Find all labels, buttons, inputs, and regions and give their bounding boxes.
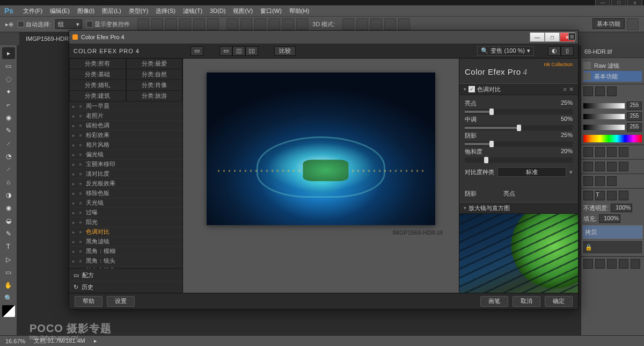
star-icon[interactable]: ★ [78,123,83,128]
filter-item[interactable]: ▸★偏光镜 [69,150,182,160]
adjustment-icon[interactable] [583,176,593,186]
channel-slider[interactable] [583,114,625,119]
menu-edit[interactable]: 编辑(E) [47,6,73,16]
fill-input[interactable]: 100% [599,214,620,223]
channel-slider[interactable] [583,125,625,130]
align-icon[interactable] [165,18,177,30]
color-swatch[interactable] [2,305,15,317]
star-icon[interactable]: ★ [78,249,83,254]
workspace-icon[interactable] [627,18,639,30]
category-4[interactable]: 分类:婚礼 [69,80,126,91]
align-icon[interactable] [193,18,205,30]
chevron-down-icon[interactable]: ▾ [569,169,573,176]
panel-toggle-icon[interactable]: ▭ [191,46,203,56]
adjustment-icon[interactable] [607,176,617,186]
star-icon[interactable]: ★ [78,220,83,225]
filter-item[interactable]: ▸★粉彩效果 [69,131,182,140]
align-icon[interactable] [151,18,163,30]
category-1[interactable]: 分类:最爱 [126,59,183,69]
brush-tool[interactable]: ⟋ [2,138,15,149]
view-split-icon[interactable]: ◫ [232,46,245,56]
wand-tool[interactable]: ✦ [2,86,15,98]
star-icon[interactable]: ★ [78,229,83,235]
preview-image[interactable] [207,73,435,225]
filter-item[interactable]: ▸★过曝 [69,208,182,218]
compare-button[interactable]: 比较 [274,46,296,56]
new-snapshot-icon[interactable] [583,86,593,96]
slider-value[interactable]: 255 [627,123,642,132]
filter-item[interactable]: ▸★天光镜 [69,198,182,208]
history-row[interactable]: ↻历史 [69,281,182,293]
distribute-icon[interactable] [254,18,266,30]
contrast-type-dropdown[interactable]: 标准 [497,167,566,177]
filter-item[interactable]: ▸★阳光 [69,218,182,227]
auto-select-checkbox[interactable]: 自动选择: [18,20,51,28]
star-icon[interactable]: ★ [78,191,83,196]
blur-tool[interactable]: ◉ [2,202,15,214]
layer-folder-icon[interactable] [607,259,617,269]
marquee-tool[interactable]: ▭ [2,60,15,72]
distribute-icon[interactable] [240,18,252,30]
distribute-icon[interactable] [268,18,280,30]
adjustment-icon[interactable] [607,147,617,157]
adjustment-icon[interactable] [583,147,593,157]
ps-minimize-button[interactable]: — [595,0,610,6]
help-button[interactable]: 帮助 [75,296,103,307]
layer-fx-icon[interactable] [583,259,593,269]
filter-item[interactable]: ▸★宝丽来移印 [69,160,182,169]
star-icon[interactable]: ★ [78,133,83,138]
adjustment-icon[interactable] [607,162,617,171]
adjustment-icon[interactable] [619,162,628,171]
filter-item[interactable]: ▸★移除色板 [69,189,182,198]
cep-titlebar[interactable]: Color Efex Pro 4 — □ ✕ [69,31,578,44]
trash-icon[interactable] [607,86,617,96]
star-icon[interactable]: ★ [78,239,83,244]
view-side-icon[interactable]: ▯▯ [245,46,258,56]
pen-tool[interactable]: ✎ [2,228,15,240]
star-icon[interactable]: ★ [78,113,83,119]
filter-item[interactable]: ▸★反光板效果 [69,179,182,189]
layer-mask-icon[interactable] [595,259,605,269]
adjustment-icon[interactable] [595,162,605,171]
menu-help[interactable]: 帮助(H) [286,6,312,16]
remove-icon[interactable]: ✕ [569,86,574,93]
workspace-dropdown[interactable]: 基本功能 [592,18,625,29]
ps-maximize-button[interactable]: □ [611,0,626,6]
star-icon[interactable]: ★ [78,258,83,264]
star-icon[interactable]: ★ [78,181,83,186]
filter-enable-checkbox[interactable]: ✓ [469,86,475,92]
zoom-level[interactable]: 16.67% [5,338,25,344]
menu-type[interactable]: 类型(Y) [126,6,152,16]
filter-item[interactable]: ▸★黑角：镜头 [69,256,182,266]
param-slider[interactable] [465,125,573,131]
fx-icon[interactable] [607,191,617,200]
star-icon[interactable]: ★ [78,104,83,109]
zoom-dropdown[interactable]: 🔍变焦 (100 %)▾ [477,46,534,56]
slider-value[interactable]: 255 [627,102,642,110]
dodge-tool[interactable]: ◒ [2,215,15,227]
param-slider[interactable] [465,141,573,147]
menu-image[interactable]: 图像(I) [74,6,98,16]
category-6[interactable]: 分类:建筑 [69,91,126,102]
history-item[interactable]: 基本功能 [583,71,642,82]
distribute-icon[interactable] [282,18,294,30]
layer-item[interactable]: 拷贝 [582,225,643,239]
show-transform-checkbox[interactable]: 显示变换控件 [86,20,130,28]
fx-icon[interactable] [583,191,593,200]
lasso-tool[interactable]: ◌ [2,73,15,85]
3d-icon[interactable] [356,18,368,30]
adjustment-icon[interactable] [619,147,628,157]
history-brush-tool[interactable]: ⟋ [2,163,15,175]
3d-icon[interactable] [370,18,382,30]
align-icon[interactable] [137,18,149,30]
filter-item[interactable]: ▸★黑角滤镜 [69,237,182,247]
star-icon[interactable]: ★ [78,171,83,177]
ok-button[interactable]: 确定 [545,296,573,307]
opacity-input[interactable]: 100% [611,204,632,212]
slider-value[interactable]: 255 [627,112,642,121]
type-tool[interactable]: T [2,241,15,253]
move-tool[interactable]: ▸ [2,47,15,59]
settings-button[interactable]: 设置 [107,296,135,307]
filter-item[interactable]: ▸★黑角：模糊 [69,247,182,256]
history-panel-tab[interactable]: 69-HDR.tif [581,45,644,58]
